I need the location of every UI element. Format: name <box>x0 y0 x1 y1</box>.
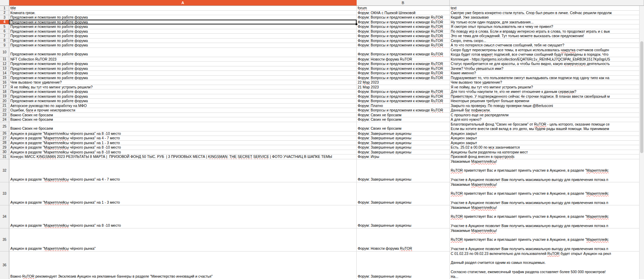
cell-A27[interactable]: Аукцион в разделе "Маркетплейсы чёрного … <box>9 136 357 141</box>
cell-B27[interactable]: Форум: Завершенные аукционы <box>357 136 450 141</box>
cell-C11[interactable]: Коллекция - https://getgems.io/collectio… <box>450 57 644 62</box>
cell-A6[interactable]: Предложения и пожелания по работе форума <box>9 29 357 34</box>
cell-A18[interactable]: Предложения и пожелания по работе форума <box>9 89 357 94</box>
cell-B20[interactable]: Форум: Вопросы и предложения к команде R… <box>357 99 450 104</box>
cell-B19[interactable]: Форум: Вопросы и предложения к команде R… <box>357 94 450 99</box>
fill-handle[interactable] <box>356 23 357 25</box>
cell-C13[interactable]: Зачем? Чтобы увешаться ими? <box>450 66 644 71</box>
cell-C3[interactable]: Кидай. Уже заказываю <box>450 15 644 20</box>
row-header-21[interactable]: 21 <box>0 104 9 108</box>
cell-C21[interactable]: Закрыто на проверку. По поводу проверки … <box>450 104 644 108</box>
cell-C31[interactable]: Призовой фонд внесен в гарантgoods <box>450 154 644 159</box>
column-header-c[interactable] <box>450 0 644 6</box>
cell-B9[interactable]: Форум: Вопросы и предложения к команде R… <box>357 43 450 48</box>
row-header-23[interactable]: 23 <box>0 113 9 118</box>
row-header-1[interactable]: 1 <box>0 6 9 11</box>
cell-A19[interactable]: Предложения и пожелания по работе форума <box>9 94 357 99</box>
cell-B22[interactable]: Форум: Вопросы и предложения к команде R… <box>357 108 450 113</box>
select-all-corner[interactable] <box>0 0 9 6</box>
cell-C20[interactable]: Некоторые решения требуют больше времени <box>450 99 644 104</box>
row-header-5[interactable]: 5 <box>0 24 9 29</box>
cell-B35[interactable]: Форум: Новости форума RuTOR <box>357 228 450 251</box>
cell-C16[interactable]: Чем вызвано твое удивление? <box>450 80 644 85</box>
row-header-17[interactable]: 17 <box>0 85 9 90</box>
cell-C6[interactable]: По поводу игр в слова. Если и вправду ин… <box>450 29 644 34</box>
cell-A33[interactable]: Аукцион в разделе "Маркетплейсы чёрного … <box>9 182 357 205</box>
cell-C19[interactable]: Приветствую. У подтвержденного сейчас 4е… <box>450 94 644 99</box>
cell-C27[interactable]: Аукцион закрыт <box>450 136 644 141</box>
cell-B31[interactable]: Форум: Игры <box>357 154 450 159</box>
row-header-27[interactable]: 27 <box>0 136 9 141</box>
cell-C34[interactable]: Уважаемые Маркетплейсы! RuTOR приветству… <box>450 205 644 228</box>
row-header-7[interactable]: 7 <box>0 34 9 39</box>
cell-A29[interactable]: Аукцион в разделе "Маркетплейсы чёрного … <box>9 145 357 150</box>
cell-B15[interactable]: Форум: Вопросы и предложения к команде R… <box>357 76 450 81</box>
row-header-3[interactable]: 3 <box>0 15 9 20</box>
row-header-18[interactable]: 18 <box>0 89 9 94</box>
cell-A32[interactable]: Аукцион в разделе "Маркетплейсы чёрного … <box>9 159 357 182</box>
cell-C28[interactable]: Аукцион закрыт <box>450 141 644 146</box>
cell-B24[interactable]: Форум: Своих не бросаем <box>357 117 450 122</box>
cell-C22[interactable]: Данный баг пофиксили. <box>450 108 644 113</box>
cell-A30[interactable]: Аукцион в разделе "Маркетплейсы чёрного … <box>9 150 357 155</box>
row-header-34[interactable]: 34 <box>0 205 9 228</box>
cell-A31[interactable]: Конкурс МИСС KINGSMAN 2023 РЕЗУЛЬТАТЫ 8 … <box>9 154 357 159</box>
cell-A26[interactable]: Аукцион в разделе "Маркетплейсы чёрного … <box>9 131 357 136</box>
cell-B13[interactable]: Форум: Вопросы и предложения к команде R… <box>357 66 450 71</box>
cell-B3[interactable]: Форум: Вопросы и предложения к команде R… <box>357 15 450 20</box>
row-header-11[interactable]: 11 <box>0 57 9 62</box>
cell-C8[interactable]: Скоро, очень скоро... <box>450 39 644 43</box>
cell-C23[interactable]: С прошлого еще не распределяли <box>450 113 644 118</box>
cell-C26[interactable]: Аукцион закрыт <box>450 131 644 136</box>
cell-A3[interactable]: Предложения и пожелания по работе форума <box>9 15 357 20</box>
cell-B32[interactable]: Форум: Завершенные аукционы <box>357 159 450 182</box>
cell-A15[interactable]: Предложения и пожелания по работе форума <box>9 76 357 81</box>
row-header-6[interactable]: 6 <box>0 29 9 34</box>
cell-C2[interactable]: Смотрю уже берега конкретно стали путать… <box>450 11 644 15</box>
row-header-25[interactable]: 25 <box>0 122 9 131</box>
cell-C5[interactable]: Я смотрю опыт прошлых пользователь ни к … <box>450 24 644 29</box>
row-header-28[interactable]: 28 <box>0 141 9 146</box>
row-header-4[interactable]: 4 <box>0 20 9 25</box>
cell-C29[interactable]: Есть. 25.02 в 00.00 по мск заканчивается <box>450 145 644 150</box>
cell-C32[interactable]: Уважаемые Маркетплейсы! RuTOR приветству… <box>450 159 644 182</box>
cell-A28[interactable]: Аукцион в разделе "Маркетплейсы чёрного … <box>9 141 357 146</box>
cell-B5[interactable]: Форум: Вопросы и предложения к команде R… <box>357 24 450 29</box>
cell-A8[interactable]: Предложения и пожелания по работе форума <box>9 39 357 43</box>
row-header-9[interactable]: 9 <box>0 43 9 48</box>
cell-A23[interactable]: Важно Своих не бросаем <box>9 113 357 118</box>
cell-C12[interactable]: Статус приобретается не для красоты, а ч… <box>450 62 644 66</box>
cell-B10[interactable]: Форум: Вопросы и предложения к команде R… <box>357 48 450 57</box>
cell-A35[interactable]: Аукцион в разделе "Маркетплейсы чёрного … <box>9 228 357 251</box>
row-header-15[interactable]: 15 <box>0 76 9 81</box>
row-header-36[interactable]: 36 <box>0 251 9 279</box>
cell-B29[interactable]: Форум: Завершенные аукционы <box>357 145 450 150</box>
cell-C14[interactable]: Какие именно? <box>450 71 644 76</box>
row-header-12[interactable]: 12 <box>0 62 9 66</box>
cell-C18[interactable]: Для того чтобы накупили те, кто не имеет… <box>450 89 644 94</box>
row-header-8[interactable]: 8 <box>0 39 9 43</box>
row-header-29[interactable]: 29 <box>0 145 9 150</box>
cell-C4[interactable]: Ну только если один подарок, для закатыв… <box>450 20 644 25</box>
row-header-31[interactable]: 31 <box>0 154 9 159</box>
cell-B6[interactable]: Форум: Вопросы и предложения к команде R… <box>357 29 450 34</box>
cell-C25[interactable]: Благотворительный фонд "Своих не бросаем… <box>450 122 644 131</box>
cell-B28[interactable]: Форум: Завершенные аукционы <box>357 141 450 146</box>
cell-A22[interactable]: Ошибки, баги и прочие неисправности <box>9 108 357 113</box>
cell-C1[interactable]: text <box>450 6 644 11</box>
cell-A7[interactable]: Предложения и пожелания по работе форума <box>9 34 357 39</box>
cell-B1[interactable]: forum <box>357 6 450 11</box>
cell-B7[interactable]: Форум: Вопросы и предложения к команде R… <box>357 34 450 39</box>
row-header-19[interactable]: 19 <box>0 94 9 99</box>
cell-B8[interactable]: Форум: Вопросы и предложения к команде R… <box>357 39 450 43</box>
cell-A14[interactable]: Предложения и пожелания по работе форума <box>9 71 357 76</box>
cell-A36[interactable]: Важно RuTOR рекомендует Эксклюзив Аукцио… <box>9 251 357 279</box>
cell-A11[interactable]: NFT Collection RuTOR 2023 <box>9 57 357 62</box>
cell-A4[interactable]: Предложения и пожелания по работе форума <box>9 20 357 25</box>
cell-B34[interactable]: Форум: Завершенные аукционы <box>357 205 450 228</box>
cell-A24[interactable]: Важно Своих не бросаем <box>9 117 357 122</box>
row-header-2[interactable]: 2 <box>0 11 9 15</box>
cell-C15[interactable]: Подразумевает то, что пользователи смогу… <box>450 76 644 81</box>
cell-C9[interactable]: А то что потерялся смысл счетчиков сообщ… <box>450 43 644 48</box>
cell-A21[interactable]: Авторское руководство по заработку на МФ… <box>9 104 357 108</box>
